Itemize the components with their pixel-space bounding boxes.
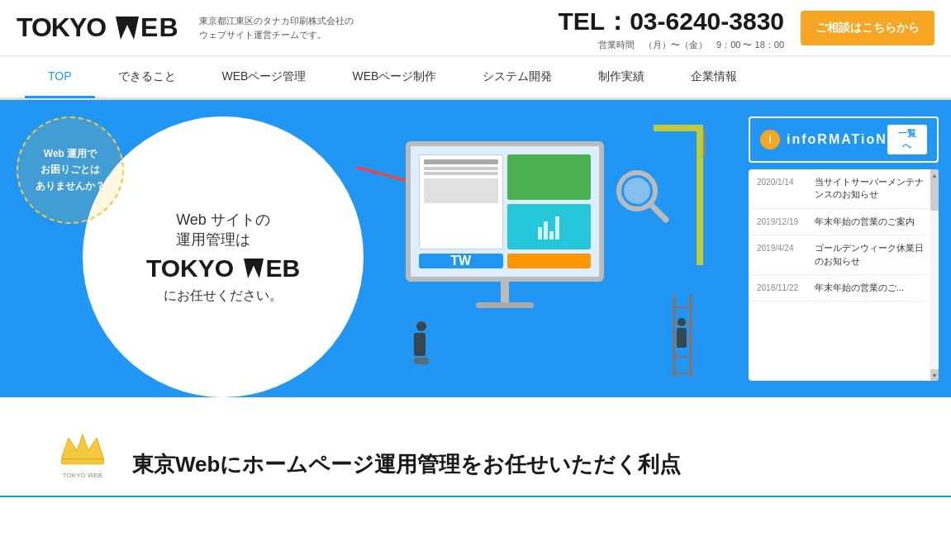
header: TOKYO EB 東京都江東区のタナカ印刷株式会社の ウェブサイト運営チームです… xyxy=(0,0,951,56)
nav-item-jisseki[interactable]: 制作実績 xyxy=(575,56,668,97)
screen-card-orange xyxy=(507,254,592,268)
monitor-stand xyxy=(501,282,509,302)
section-title: 東京Webにホームページ運用管理をお任せいただく利点 xyxy=(132,450,681,479)
cta-button[interactable]: ご相談はこちらから xyxy=(801,11,934,45)
nav-link-web-seisaku[interactable]: WEBページ制作 xyxy=(329,56,459,97)
hero-left: Web 運用でお困りごとはありませんか？ Web サイトの運用管理は TOKYO… xyxy=(0,100,340,397)
monitor: TW xyxy=(406,141,604,308)
tel-hours: 営業時間 （月）〜（金） 9：00 〜 18：00 xyxy=(559,39,785,51)
nav-link-kigyo[interactable]: 企業情報 xyxy=(668,56,760,97)
hero-bubble: Web 運用でお困りごとはありませんか？ xyxy=(17,116,124,224)
info-header: i infoRMATioN 一覧へ xyxy=(749,116,939,163)
hero-logo-w-icon xyxy=(244,259,264,278)
tel-block: TEL：03-6240-3830 営業時間 （月）〜（金） 9：00 〜 18：… xyxy=(559,5,785,51)
nav-link-jisseki[interactable]: 制作実績 xyxy=(575,56,668,97)
info-title: infoRMATioN xyxy=(787,132,887,147)
main-nav: TOP できること WEBページ管理 WEBページ制作 システム開発 制作実績 … xyxy=(0,56,951,100)
logo-eb: EB xyxy=(140,12,178,43)
news-text-1: 当サイトサーバーメンテナンスのお知らせ xyxy=(815,176,930,202)
news-text-4: 年末年始の営業のご... xyxy=(815,282,904,294)
hero-white-circle: Web サイトの運用管理は TOKYO EB にお任せください。 xyxy=(83,116,364,397)
monitor-screen: TW xyxy=(406,141,604,282)
news-date-3: 2019/4/24 xyxy=(757,242,806,253)
info-news-box: 2020/1/14 当サイトサーバーメンテナンスのお知らせ 2019/12/19… xyxy=(749,169,939,381)
news-item-2: 2019/12/19 年末年始の営業のご案内 xyxy=(749,209,939,235)
nav-link-dekiru[interactable]: できること xyxy=(95,56,199,97)
nav-item-web-seisaku[interactable]: WEBページ制作 xyxy=(329,56,459,97)
logo-area: TOKYO EB 東京都江東区のタナカ印刷株式会社の ウェブサイト運営チームです… xyxy=(17,12,354,43)
svg-marker-1 xyxy=(244,259,264,278)
svg-line-11 xyxy=(650,204,666,220)
nav-link-system[interactable]: システム開発 xyxy=(459,56,575,97)
monitor-base xyxy=(476,302,534,308)
info-icon: i xyxy=(760,130,780,149)
hero-subtitle: Web サイトの運用管理は xyxy=(176,210,270,249)
logo: TOKYO EB xyxy=(17,12,179,43)
nav-item-dekiru[interactable]: できること xyxy=(95,56,199,97)
scrollbar-track: ▲ ▼ xyxy=(930,169,939,381)
figure-left xyxy=(414,321,429,364)
news-date-2: 2019/12/19 xyxy=(757,216,806,226)
hero-logo-eb: EB xyxy=(265,254,300,282)
nav-item-system[interactable]: システム開発 xyxy=(459,56,575,97)
svg-marker-12 xyxy=(61,434,103,459)
hero-section: Web 運用でお困りごとはありませんか？ Web サイトの運用管理は TOKYO… xyxy=(0,100,951,397)
header-right: TEL：03-6240-3830 営業時間 （月）〜（金） 9：00 〜 18：… xyxy=(559,5,935,51)
crane-vertical xyxy=(697,125,703,265)
tel-number: TEL：03-6240-3830 xyxy=(559,5,785,39)
news-item-1: 2020/1/14 当サイトサーバーメンテナンスのお知らせ xyxy=(749,169,939,209)
figure-right xyxy=(677,318,687,348)
news-item-3: 2019/4/24 ゴールデンウィーク休業日のお知らせ xyxy=(749,235,939,275)
logo-w-icon xyxy=(116,17,139,40)
section-badge: TOKYO WEB xyxy=(50,430,116,479)
info-panel: i infoRMATioN 一覧へ 2020/1/14 当サイトサーバーメンテナ… xyxy=(736,100,951,397)
news-date-1: 2020/1/14 xyxy=(757,176,806,187)
news-text-2: 年末年始の営業のご案内 xyxy=(815,216,915,228)
screen-card-green xyxy=(507,154,592,200)
badge-label: TOKYO WEB xyxy=(50,472,116,479)
crown-icon xyxy=(58,430,107,467)
nav-item-kigyo[interactable]: 企業情報 xyxy=(668,56,760,97)
crane-wire xyxy=(703,131,706,156)
info-title-row: i infoRMATioN xyxy=(760,130,887,149)
nav-link-top[interactable]: TOP xyxy=(25,56,95,98)
info-list-button[interactable]: 一覧へ xyxy=(887,125,927,154)
screen-doc xyxy=(419,154,503,249)
logo-subtitle: 東京都江東区のタナカ印刷株式会社の ウェブサイト運営チームです。 xyxy=(199,14,354,41)
nav-item-top[interactable]: TOP xyxy=(25,56,95,97)
scrollbar-up[interactable]: ▲ xyxy=(930,169,939,181)
news-item-4: 2018/11/22 年末年始の営業のご... xyxy=(749,275,939,301)
news-date-4: 2018/11/22 xyxy=(757,282,806,292)
svg-rect-13 xyxy=(61,459,103,464)
hero-tagline: にお任せください。 xyxy=(164,287,283,305)
bubble-text: Web 運用でお困りごとはありませんか？ xyxy=(36,146,105,194)
hero-logo-large: TOKYO EB xyxy=(146,254,300,282)
crane-horizontal xyxy=(654,125,703,131)
svg-point-10 xyxy=(624,178,650,204)
svg-marker-0 xyxy=(116,17,139,40)
nav-link-web-kanri[interactable]: WEBページ管理 xyxy=(199,56,330,97)
screen-card-teal xyxy=(507,204,592,249)
section-below: TOKYO WEB 東京Webにホームページ運用管理をお任せいただく利点 xyxy=(0,397,951,497)
magnifier xyxy=(612,166,670,227)
nav-item-web-kanri[interactable]: WEBページ管理 xyxy=(199,56,330,97)
news-text-3: ゴールデンウィーク休業日のお知らせ xyxy=(815,242,930,268)
logo-tokyo: TOKYO xyxy=(17,12,106,43)
hero-illustration: TW xyxy=(340,100,736,397)
scrollbar-down[interactable]: ▼ xyxy=(930,369,939,381)
screen-card-tw: TW xyxy=(419,254,503,268)
